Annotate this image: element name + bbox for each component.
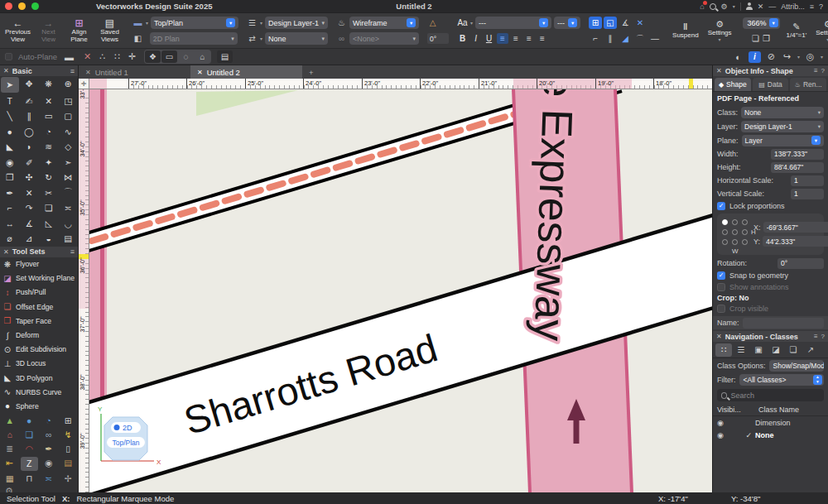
chevron-down-icon[interactable]: ▾ [260,20,262,26]
multi-point-icon[interactable]: ∷ [111,51,123,62]
nav-tab-saved-views[interactable]: ◪ [768,343,784,357]
toolset-push-pull[interactable]: ↕Push/Pull [0,286,78,300]
chevron-down-icon[interactable]: ▾ [146,20,148,26]
rotate-tool[interactable]: ↻ [39,170,59,185]
font-size-dropdown[interactable]: ---▾ [554,17,580,29]
toolset-taper-face[interactable]: ❒Taper Face [0,314,78,328]
angle-snap-icon[interactable]: ∡ [619,17,632,29]
auto-plane-checkbox[interactable] [5,53,12,60]
toolset-flyover[interactable]: ❋Flyover [0,257,78,271]
contrast-icon[interactable]: ◐ [733,52,744,62]
plumbing-icon[interactable]: ≍ [39,472,59,486]
site-planning-icon[interactable]: ▲ [0,414,20,428]
rendering-icon[interactable]: ❏ [20,428,40,442]
mirror-tool[interactable]: ⋈ [59,170,79,185]
magic-wand-tool[interactable]: ✦ [39,155,59,170]
stage-icon[interactable]: ◠ [20,442,40,456]
spiral-tool[interactable]: ◉ [0,155,20,170]
wall-selection-icon[interactable]: ▤ [217,50,233,63]
palette-minimize-icon[interactable]: — [768,2,776,11]
lock-proportions-checkbox[interactable]: ✓ [717,202,725,210]
font-dropdown[interactable]: ---▾ [475,17,551,29]
diameter-dimension-tool[interactable]: ⌀ [0,231,20,247]
polygon-tool[interactable]: ◣ [0,139,20,155]
bold-button[interactable]: B [457,34,468,43]
object-info-header[interactable]: ✕ Object Info - Shape ≡ ? [713,65,828,76]
center-mark-tool[interactable]: ⊿ [20,231,40,247]
tool-set-settings-icon[interactable]: ⚙ [5,486,13,492]
dimension-tool[interactable]: ↔ [0,216,20,232]
render-mode-icon[interactable]: ♨ [336,18,347,27]
visibility-column-header[interactable]: Visibi... [717,406,740,414]
class-dropdown[interactable]: None▾ [741,107,824,118]
door-window-icon[interactable]: ▯ [59,442,79,456]
fit-page-icon[interactable]: ❏ [752,34,759,43]
zoomer-icon[interactable]: Z [21,457,39,471]
toolset-set-working-plane[interactable]: ◪Set Working Plane [0,271,78,286]
rounded-rectangle-tool[interactable]: ▢ [59,108,79,124]
electrical-icon[interactable]: ↯ [59,428,79,442]
close-tab-icon[interactable]: ✕ [197,69,203,76]
lasso-marquee-icon[interactable]: ◌ [178,50,194,63]
machine-design-icon[interactable]: ⊓ [20,472,40,486]
no-render-icon[interactable]: ⊘ [766,51,777,62]
view-mode-dropdown[interactable]: Top/Plan▾ [151,17,238,29]
text-tool[interactable]: T [0,94,20,109]
corner-tool[interactable]: ⌐ [0,200,20,216]
tab-render[interactable]: ♨Ren... [790,78,826,91]
class-row-dimension[interactable]: ◉ Dimension [713,416,828,429]
active-layer-dropdown[interactable]: Design Layer-1▾ [265,17,328,29]
align-justify-icon[interactable]: ≡ [537,33,548,44]
freeform-tool[interactable]: ≋ [39,139,59,155]
dims-notes-icon[interactable]: ⊞ [59,414,79,428]
gear-chevron-icon[interactable]: ▾ [733,3,735,9]
new-tab-button[interactable]: + [302,65,320,79]
snap-to-geometry-checkbox[interactable]: ✓ [717,271,725,280]
chevron-down-icon[interactable]: ▾ [821,54,823,60]
selection-tool[interactable]: ➤ [1,77,19,93]
view-mode-icon[interactable]: ▬ [132,18,143,27]
y-coordinate-field[interactable] [763,236,828,247]
layer-options-dropdown[interactable]: None▾ [265,32,328,45]
tool-sets-palette-header[interactable]: ✕ Tool Sets ≡ [0,247,78,257]
attribute-brush-tool[interactable]: ✐ [20,155,40,170]
tape-measure-tool[interactable]: ▤ [59,231,79,247]
toolset-3d-polygon[interactable]: ◣3D Polygon [0,371,78,385]
axis-icon[interactable]: ✛ [126,51,138,62]
tab-shape[interactable]: ◆Shape [715,78,751,91]
user-icon[interactable] [746,2,753,10]
polygon-marquee-icon[interactable]: ⌂ [195,50,210,63]
crop-visible-checkbox[interactable] [717,305,725,313]
line-tool[interactable]: ╲ [0,108,20,124]
show-annotations-checkbox[interactable] [717,283,725,291]
previous-view-button[interactable]: ← Previous View [3,15,32,46]
plan-mode-icon[interactable]: ◧ [132,34,143,43]
clip-tool[interactable]: ❐ [0,170,20,185]
zoom-tool[interactable]: ⊕ [59,76,79,92]
plane-rotation-icon[interactable]: △ [427,18,438,27]
circle-tool[interactable]: ● [0,124,20,140]
toolset-deform[interactable]: ∫Deform [0,328,78,342]
visibility-eye-icon[interactable]: ◉ [717,431,727,439]
fit-objects-icon[interactable]: ❐ [763,34,770,43]
nav-tab-sheet-layers[interactable]: ❏ [785,343,802,357]
toolset-offset-edge[interactable]: ❏Offset Edge [0,300,78,314]
smart-point-icon[interactable]: ✕ [633,17,647,29]
height-field[interactable] [771,162,824,173]
render-mode-dropdown[interactable]: Wireframe▾ [349,17,419,29]
intersect-tool[interactable]: ✕ [20,185,40,201]
class-name-column-header[interactable]: Class Name [758,406,799,414]
class-search[interactable] [717,389,824,401]
nav-tab-references[interactable]: ↗ [802,343,819,357]
width-field[interactable] [771,149,824,160]
protractor-tool[interactable]: ◒ [39,231,59,247]
no-snap-icon[interactable]: ✕ [81,51,94,62]
navigation-header[interactable]: ✕ Navigation - Classes ≡ ? [713,331,828,342]
fullscreen-window-button[interactable] [31,2,39,10]
cross-tool[interactable]: ✕ [39,94,59,109]
cloud-notification-icon[interactable]: ⌂ [700,2,704,11]
extrude-tool[interactable]: ❏ [39,200,59,216]
class-options-dropdown[interactable]: Show/Snap/Modi... ▴▾ [769,360,824,372]
gear-icon[interactable]: ⚙ [721,2,728,11]
extract-tool[interactable]: ◳ [59,94,79,109]
